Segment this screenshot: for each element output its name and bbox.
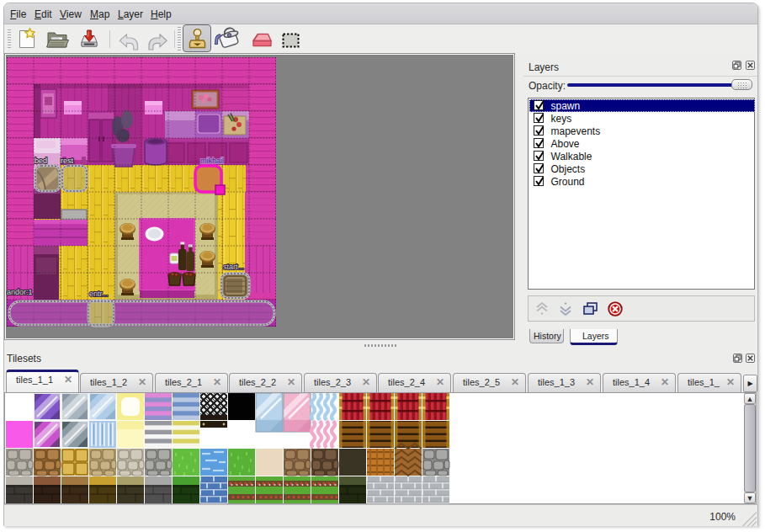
svg-text:entr...: entr... [89, 290, 109, 298]
svg-text:start...: start... [223, 263, 244, 271]
svg-text:andor:1: andor:1 [7, 288, 33, 296]
svg-text:rest: rest [61, 157, 74, 165]
svg-text:mikhail: mikhail [200, 157, 224, 165]
svg-text:bed: bed [35, 157, 47, 165]
